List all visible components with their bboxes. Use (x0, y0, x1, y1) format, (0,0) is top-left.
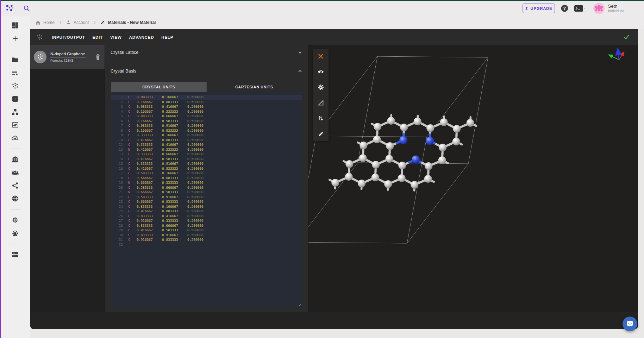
atom-C[interactable] (374, 123, 381, 131)
sort-arrows-icon[interactable] (318, 115, 324, 121)
axes-gizmo[interactable] (611, 53, 623, 60)
upgrade-button[interactable]: UPGRADE (523, 4, 555, 13)
material-card[interactable]: N-doped Graphene Formula: C28N3 (30, 45, 105, 69)
basis-line[interactable]: 24C0.8333330.1666670.500000 (111, 204, 302, 209)
atom-C[interactable] (386, 142, 394, 150)
atom-C[interactable] (400, 124, 408, 131)
atom-N[interactable] (412, 156, 420, 164)
sidebar-item-team[interactable] (11, 168, 19, 177)
atom-C[interactable] (331, 179, 339, 187)
resize-handle[interactable] (298, 303, 301, 307)
basis-line[interactable]: 27C0.9166670.3333330.500000 (111, 218, 302, 223)
crystal-lattice-header[interactable]: Crystal Lattice (105, 45, 308, 60)
delete-material-icon[interactable] (95, 54, 101, 61)
atom-C[interactable] (386, 155, 393, 163)
atom-C[interactable] (425, 162, 432, 170)
terminal-menu-icon[interactable] (574, 5, 587, 12)
sidebar-item-unit-box[interactable]: 1 (11, 95, 19, 103)
basis-line[interactable]: 22C0.5833330.9166670.500000 (111, 195, 302, 200)
basis-line[interactable]: 10C0.4166670.0833330.500000 (111, 138, 302, 143)
basis-line[interactable]: 7C0.0833330.9166670.500000 (111, 123, 302, 128)
atom-C[interactable] (438, 156, 446, 164)
breadcrumb-account[interactable]: Account (66, 20, 89, 25)
visibility-eye-icon[interactable] (318, 69, 324, 75)
basis-line[interactable]: 8C0.1666670.8333330.500000 (111, 128, 302, 133)
atom-C[interactable] (467, 119, 474, 127)
material-name-field[interactable]: N-doped Graphene (50, 52, 86, 57)
close-icon[interactable] (318, 53, 324, 60)
sidebar-item-helm-wheel[interactable] (11, 216, 19, 224)
accept-check-icon[interactable] (623, 34, 630, 40)
menu-item-advanced[interactable]: ADVANCED (129, 35, 154, 39)
user-menu[interactable]: Seth Individual (593, 2, 624, 14)
atom-C[interactable] (424, 175, 432, 183)
basis-line[interactable]: 16C0.4166670.8333330.500000 (111, 166, 302, 171)
sidebar-item-jobs-playlist[interactable] (11, 69, 19, 77)
atom-C[interactable] (384, 180, 392, 188)
sidebar-item-support-headset[interactable] (11, 229, 19, 237)
measure-ruler-icon[interactable] (318, 100, 324, 106)
basis-line[interactable]: 12N0.4166670.3333330.500000 (111, 147, 302, 152)
search-icon[interactable] (23, 5, 30, 12)
crystal-scene[interactable] (308, 45, 638, 312)
basis-line[interactable]: 14C0.4166670.5833330.500000 (111, 157, 302, 162)
basis-line[interactable]: 13C0.3333330.6666670.500000 (111, 152, 302, 157)
basis-line[interactable]: 2C0.1666670.0833330.500000 (111, 100, 302, 105)
atom-C[interactable] (414, 118, 421, 125)
atom-C[interactable] (398, 174, 406, 182)
basis-line[interactable]: 5C0.0833330.6666670.500000 (111, 114, 302, 119)
basis-line[interactable]: 9C0.3333330.1666670.500000 (111, 133, 302, 138)
atom-C[interactable] (345, 173, 353, 181)
edit-pencil-icon[interactable] (318, 131, 324, 137)
atom-C[interactable] (452, 138, 460, 145)
atom-C[interactable] (411, 181, 418, 189)
sidebar-item-bank[interactable] (11, 155, 19, 164)
sidebar-item-materials-scatter[interactable] (11, 82, 19, 90)
atom-C[interactable] (359, 154, 367, 162)
atom-C[interactable] (426, 124, 434, 132)
basis-line[interactable]: 1C0.0833330.1666670.500000 (111, 95, 302, 100)
basis-line[interactable]: 28C0.8333330.6666670.500000 (111, 223, 302, 228)
basis-line[interactable]: 19N0.6666670.3333330.500000 (111, 180, 302, 185)
sidebar-item-cloud-upload[interactable] (11, 134, 19, 142)
basis-line[interactable]: 29C0.9166670.5833330.500000 (111, 228, 302, 233)
tab-crystal-units[interactable]: CRYSTAL UNITS (111, 82, 206, 92)
menu-item-help[interactable]: HELP (161, 35, 173, 39)
breadcrumb-home[interactable]: Home (35, 20, 55, 25)
sidebar-item-storage[interactable] (11, 250, 19, 259)
tab-cartesian-units[interactable]: CARTESIAN UNITS (206, 82, 302, 92)
atom-C[interactable] (387, 117, 395, 125)
basis-line[interactable]: 26C0.8333330.4166670.500000 (111, 214, 302, 219)
basis-line[interactable]: 3C0.0833330.4166670.500000 (111, 104, 302, 109)
basis-line[interactable]: 20C0.5833330.6666670.500000 (111, 185, 302, 190)
basis-line[interactable]: 25C0.9166670.0833330.500000 (111, 209, 302, 214)
app-logo-icon[interactable] (6, 4, 14, 13)
sidebar-item-image-box[interactable] (11, 121, 19, 129)
menu-item-input-output[interactable]: INPUT/OUTPUT (52, 35, 85, 39)
sidebar-item-dashboard[interactable] (11, 21, 19, 30)
basis-line[interactable]: 21N0.6666670.5833330.500000 (111, 190, 302, 195)
atom-C[interactable] (345, 160, 353, 168)
settings-gear-icon[interactable] (318, 84, 324, 90)
atom-C[interactable] (358, 180, 365, 187)
basis-line[interactable]: 11C0.3333330.4166670.500000 (111, 142, 302, 147)
sidebar-item-workflow-tree[interactable] (11, 108, 19, 116)
crystal-basis-header[interactable]: Crystal Basis (105, 60, 308, 82)
atom-C[interactable] (439, 144, 446, 151)
menu-item-view[interactable]: VIEW (110, 35, 122, 39)
atom-C[interactable] (373, 136, 381, 143)
atom-N[interactable] (426, 137, 434, 145)
sidebar-item-folder[interactable] (11, 56, 19, 64)
basis-line[interactable]: 23C0.6666670.8333330.500000 (111, 199, 302, 204)
sidebar-item-create[interactable] (11, 34, 19, 43)
atom-C[interactable] (440, 118, 448, 126)
atom-C[interactable] (372, 161, 380, 169)
viewer-3d[interactable] (308, 45, 638, 312)
basis-line[interactable]: 15C0.3333330.9166670.500000 (111, 161, 302, 166)
atom-C[interactable] (398, 162, 406, 169)
atom-C[interactable] (371, 174, 379, 181)
sidebar-item-share[interactable] (11, 181, 19, 190)
basis-line[interactable]: 17C0.5833330.1666670.500000 (111, 171, 302, 176)
basis-line[interactable]: 6C0.1666670.5833330.500000 (111, 119, 302, 124)
chat-bubble-button[interactable] (623, 317, 637, 331)
